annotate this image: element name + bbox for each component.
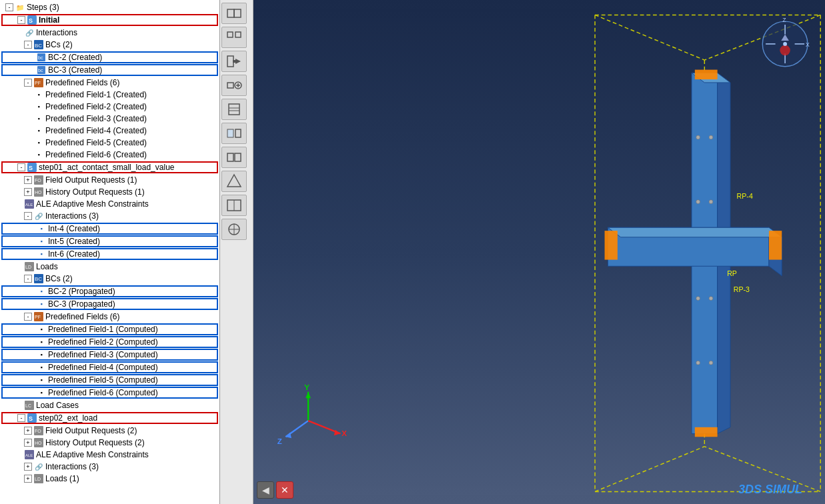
- expand-predefined-initial[interactable]: -: [24, 79, 32, 87]
- tree-item-bc3-initial[interactable]: bc BC-3 (Created): [1, 64, 218, 76]
- tree-item-history-output-step02[interactable]: + HO History Output Requests (2): [0, 437, 219, 449]
- int5-icon: ▪: [36, 236, 47, 247]
- expand-steps[interactable]: -: [5, 3, 13, 11]
- toolbar-btn-seed[interactable]: [221, 3, 247, 24]
- tree-item-loads-step01[interactable]: LD Loads: [0, 261, 219, 273]
- tree-item-ale-step01[interactable]: ALE ALE Adaptive Mesh Constraints: [0, 198, 219, 210]
- svg-marker-51: [227, 175, 241, 187]
- expand-history-output-step02[interactable]: +: [24, 439, 32, 447]
- nav-back-btn[interactable]: ◀: [257, 481, 274, 499]
- svg-rect-74: [695, 427, 718, 437]
- toolbar-btn-tool2[interactable]: [221, 147, 247, 168]
- nav-close-btn[interactable]: ✕: [276, 481, 293, 499]
- svg-point-82: [709, 297, 713, 301]
- tree-item-loadcases-step01[interactable]: LC Load Cases: [0, 399, 219, 411]
- interactions-step02-icon: 🔗: [33, 461, 44, 472]
- expand-loads-step02[interactable]: +: [24, 475, 32, 483]
- expand-interactions-step02[interactable]: +: [24, 463, 32, 471]
- svg-text:LC: LC: [25, 403, 31, 408]
- interactions-step01-icon: 🔗: [33, 211, 44, 221]
- svg-text:Z: Z: [782, 17, 786, 23]
- toolbar-btn-assign[interactable]: [221, 51, 247, 72]
- tree-item-loads-step02[interactable]: + LD Loads (1): [0, 473, 219, 485]
- interactions-initial-label: Interactions: [36, 28, 77, 37]
- tree-item-bcs-initial[interactable]: - BC BCs (2): [0, 39, 219, 51]
- loadcases-icon: LC: [24, 400, 35, 411]
- tree-item-pf4-step01[interactable]: ▪ Predefined Field-4 (Computed): [1, 361, 218, 373]
- svg-text:HO: HO: [35, 441, 42, 445]
- bc3-step01-label: BC-3 (Propagated): [48, 299, 115, 309]
- svg-rect-40: [227, 56, 233, 67]
- svg-text:S: S: [29, 415, 33, 422]
- int5-label: Int-5 (Created): [48, 237, 100, 246]
- toolbar-btn-set[interactable]: [221, 123, 247, 144]
- expand-bcs-initial[interactable]: -: [24, 41, 32, 49]
- tree-item-ale-step02[interactable]: ALE ALE Adaptive Mesh Constraints: [0, 449, 219, 461]
- expand-initial[interactable]: -: [17, 16, 25, 24]
- tree-item-initial[interactable]: - S Initial: [1, 14, 218, 26]
- pf3-initial-label: Predefined Field-3 (Created): [45, 114, 147, 123]
- tree-view[interactable]: - 📁 Steps (3) - S Initial 🔗 Interactions…: [0, 0, 219, 504]
- pf1-initial-label: Predefined Field-1 (Created): [45, 90, 147, 99]
- tree-item-steps[interactable]: - 📁 Steps (3): [0, 1, 219, 13]
- svg-rect-48: [227, 129, 233, 137]
- expand-predefined-step01[interactable]: -: [24, 313, 32, 321]
- svg-point-81: [696, 297, 700, 301]
- tree-item-predefined-initial[interactable]: - PF Predefined Fields (6): [0, 77, 219, 89]
- history-output-step01-label: History Output Requests (1): [45, 187, 145, 197]
- int6-icon: ▪: [36, 249, 47, 259]
- pf2-step01-label: Predefined Field-2 (Computed): [48, 337, 158, 347]
- tree-item-bc2-step01[interactable]: ▪ BC-2 (Propagated): [1, 285, 218, 297]
- tree-item-interactions-initial[interactable]: 🔗 Interactions: [0, 27, 219, 39]
- tree-item-int6-step01[interactable]: ▪ Int-6 (Created): [1, 248, 218, 260]
- tree-item-pf6-step01[interactable]: ▪ Predefined Field-6 (Computed): [1, 387, 218, 399]
- tree-item-predefined-step01[interactable]: - PF Predefined Fields (6): [0, 311, 219, 323]
- tree-item-pf3-initial[interactable]: ▪ Predefined Field-3 (Created): [0, 113, 219, 125]
- tree-item-interactions-step02[interactable]: + 🔗 Interactions (3): [0, 461, 219, 473]
- tree-item-pf1-step01[interactable]: ▪ Predefined Field-1 (Computed): [1, 323, 218, 335]
- toolbar-btn-tool4[interactable]: [221, 195, 247, 216]
- toolbar-btn-list[interactable]: [221, 99, 247, 120]
- tree-item-step02[interactable]: - S step02_ext_load: [1, 412, 218, 424]
- tree-item-pf5-initial[interactable]: ▪ Predefined Field-5 (Created): [0, 137, 219, 149]
- expand-bcs-step01[interactable]: -: [24, 275, 32, 283]
- tree-item-bc2-initial[interactable]: bc BC-2 (Created): [1, 51, 218, 63]
- expand-field-output-step02[interactable]: +: [24, 427, 32, 435]
- tree-item-pf6-initial[interactable]: ▪ Predefined Field-6 (Created): [0, 149, 219, 161]
- tree-item-pf4-initial[interactable]: ▪ Predefined Field-4 (Created): [0, 125, 219, 137]
- pf1-step01-label: Predefined Field-1 (Computed): [48, 325, 158, 334]
- tree-item-bcs-step01[interactable]: - BC BCs (2): [0, 273, 219, 285]
- simul-logo: 3DS SIMUL: [738, 479, 818, 501]
- pf5-initial-icon: ▪: [33, 137, 44, 148]
- field-output-step02-label: Field Output Requests (2): [45, 426, 137, 435]
- tree-item-pf3-step01[interactable]: ▪ Predefined Field-3 (Computed): [1, 349, 218, 361]
- toolbar-btn-create[interactable]: [221, 75, 247, 96]
- expand-field-output-step01[interactable]: +: [24, 176, 32, 184]
- tree-item-field-output-step01[interactable]: + FO Field Output Requests (1): [0, 174, 219, 186]
- tree-item-pf5-step01[interactable]: ▪ Predefined Field-5 (Computed): [1, 374, 218, 386]
- initial-step-icon: S: [27, 15, 37, 25]
- tree-item-pf2-initial[interactable]: ▪ Predefined Field-2 (Created): [0, 101, 219, 113]
- tree-item-bc3-step01[interactable]: ▪ BC-3 (Propagated): [1, 298, 218, 310]
- tree-item-step01[interactable]: - S step01_act_contact_small_load_value: [1, 161, 218, 173]
- tree-item-history-output-step01[interactable]: + HO History Output Requests (1): [0, 186, 219, 198]
- tree-item-field-output-step02[interactable]: + FO Field Output Requests (2): [0, 425, 219, 437]
- expand-interactions-step01[interactable]: -: [24, 212, 32, 220]
- tree-item-interactions-step01[interactable]: - 🔗 Interactions (3): [0, 210, 219, 222]
- tree-item-pf1-initial[interactable]: ▪ Predefined Field-1 (Created): [0, 89, 219, 101]
- toolbar-btn-tool3[interactable]: [221, 171, 247, 192]
- pf3-step01-icon: ▪: [36, 349, 47, 360]
- tree-item-pf2-step01[interactable]: ▪ Predefined Field-2 (Computed): [1, 336, 218, 348]
- toolbar-btn-tool5[interactable]: [221, 219, 247, 240]
- svg-rect-41: [227, 83, 233, 88]
- expand-step02[interactable]: -: [17, 414, 25, 422]
- expand-step01[interactable]: -: [17, 163, 25, 171]
- predefined-initial-label: Predefined Fields (6): [45, 78, 119, 87]
- toolbar-btn-mesh[interactable]: [221, 27, 247, 48]
- svg-text:bc: bc: [38, 68, 43, 73]
- tree-item-int5-step01[interactable]: ▪ Int-5 (Created): [1, 235, 218, 247]
- tree-item-int4-step01[interactable]: ▪ Int-4 (Created): [1, 223, 218, 235]
- int4-label: Int-4 (Created): [48, 224, 100, 233]
- expand-history-output-step01[interactable]: +: [24, 188, 32, 196]
- field-output-step02-icon: FO: [33, 425, 44, 436]
